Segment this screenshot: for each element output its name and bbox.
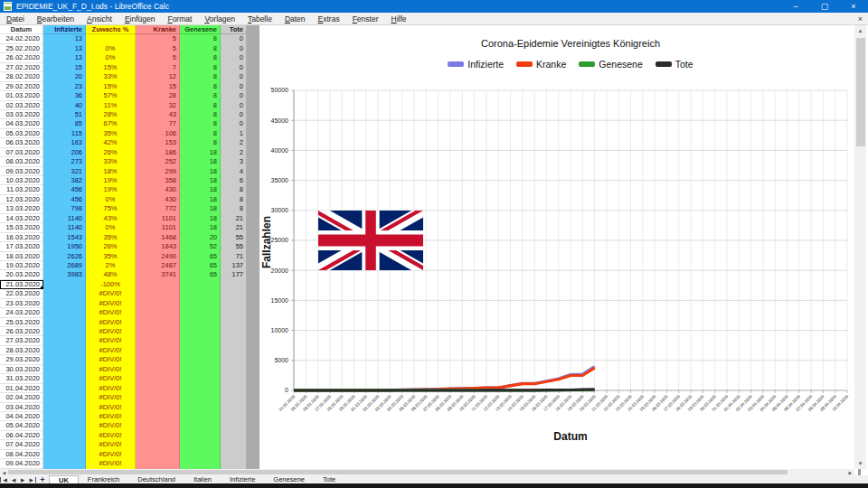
table-cell[interactable]: 8	[180, 101, 221, 110]
table-cell[interactable]: 16.03.2020	[0, 233, 43, 242]
table-cell[interactable]	[43, 384, 86, 393]
next-sheet-icon[interactable]: ▶	[18, 477, 27, 483]
chart-object[interactable]: Corona-Epidemie Vereinigtes Königreich I…	[259, 25, 854, 469]
table-cell[interactable]	[136, 355, 180, 364]
table-cell[interactable]: 15%	[86, 63, 136, 72]
table-cell[interactable]	[180, 280, 221, 289]
table-cell[interactable]: 23.03.2020	[0, 299, 43, 308]
table-cell[interactable]: 13.03.2020	[0, 204, 43, 213]
table-cell[interactable]: 65	[180, 270, 221, 279]
horizontal-scrollbar[interactable]: ◀ ▶	[0, 469, 854, 475]
table-cell[interactable]: 1843	[136, 242, 180, 251]
table-cell[interactable]: 8	[180, 63, 221, 72]
sheet-tab-genesene[interactable]: Genesene	[264, 475, 314, 483]
table-cell[interactable]: 18	[180, 185, 221, 194]
table-cell[interactable]	[221, 421, 247, 430]
table-cell[interactable]: 09.04.2020	[0, 459, 43, 468]
table-cell[interactable]	[43, 336, 86, 345]
table-cell[interactable]: 05.03.2020	[0, 129, 43, 138]
table-cell[interactable]	[136, 318, 180, 327]
table-cell[interactable]: #DIV/0!	[86, 374, 136, 383]
table-cell[interactable]: #DIV/0!	[86, 459, 136, 468]
table-cell[interactable]: 206	[43, 148, 86, 157]
table-cell[interactable]	[43, 412, 86, 421]
table-cell[interactable]: 25.02.2020	[0, 44, 43, 53]
table-cell[interactable]: 1101	[136, 223, 180, 232]
table-cell[interactable]: 04.04.2020	[0, 412, 43, 421]
table-cell[interactable]: 8	[221, 195, 247, 204]
table-cell[interactable]	[136, 440, 180, 449]
table-cell[interactable]: 0	[221, 91, 247, 100]
table-cell[interactable]: 55	[221, 242, 247, 251]
table-cell[interactable]: 18%	[86, 167, 136, 176]
table-cell[interactable]	[136, 308, 180, 317]
vertical-scroll-thumb[interactable]	[856, 38, 865, 146]
table-cell[interactable]: 15.03.2020	[0, 223, 43, 232]
prev-sheet-icon[interactable]: ◀	[9, 477, 18, 483]
table-cell[interactable]: 3741	[136, 270, 180, 279]
table-cell[interactable]	[180, 421, 221, 430]
column-header[interactable]: Datum	[0, 25, 43, 34]
table-cell[interactable]: 798	[43, 204, 86, 213]
table-cell[interactable]	[180, 412, 221, 421]
table-cell[interactable]	[136, 431, 180, 440]
table-cell[interactable]: 0%	[86, 44, 136, 53]
first-sheet-icon[interactable]: ◀	[0, 477, 9, 483]
table-cell[interactable]: 299	[136, 167, 180, 176]
table-cell[interactable]: 772	[136, 204, 180, 213]
table-cell[interactable]: 22.03.2020	[0, 289, 43, 298]
table-cell[interactable]: 28.03.2020	[0, 346, 43, 355]
menu-item-hilfe[interactable]: Hilfe	[384, 14, 412, 23]
table-cell[interactable]: 21.03.2020	[0, 280, 43, 289]
scroll-right-icon[interactable]: ▶	[846, 469, 854, 475]
table-cell[interactable]: 18	[180, 195, 221, 204]
table-cell[interactable]: #DIV/0!	[86, 336, 136, 345]
scroll-up-icon[interactable]: ▲	[854, 25, 866, 36]
menu-item-format[interactable]: Format	[161, 14, 198, 23]
table-cell[interactable]: 51	[43, 110, 86, 119]
table-cell[interactable]: 40	[43, 101, 86, 110]
table-cell[interactable]: 07.04.2020	[0, 440, 43, 449]
table-cell[interactable]	[221, 374, 247, 383]
column-header[interactable]: Kranke	[136, 25, 180, 34]
menu-item-einfügen[interactable]: Einfügen	[118, 14, 162, 23]
scroll-left-icon[interactable]: ◀	[0, 469, 8, 475]
table-cell[interactable]: 08.04.2020	[0, 450, 43, 459]
table-cell[interactable]: 186	[136, 148, 180, 157]
table-cell[interactable]: #DIV/0!	[86, 412, 136, 421]
table-cell[interactable]: 01.04.2020	[0, 384, 43, 393]
table-cell[interactable]: 52	[180, 242, 221, 251]
table-cell[interactable]: 33%	[86, 72, 136, 81]
table-cell[interactable]: 163	[43, 138, 86, 147]
table-cell[interactable]: -100%	[86, 280, 136, 289]
table-cell[interactable]	[43, 431, 86, 440]
table-cell[interactable]: 8	[180, 110, 221, 119]
table-cell[interactable]: 13	[43, 34, 86, 43]
table-cell[interactable]: 20.03.2020	[0, 270, 43, 279]
table-cell[interactable]: 02.04.2020	[0, 393, 43, 402]
table-cell[interactable]	[43, 393, 86, 402]
table-cell[interactable]	[221, 299, 247, 308]
table-cell[interactable]	[221, 412, 247, 421]
table-cell[interactable]: 0	[221, 53, 247, 62]
table-cell[interactable]	[221, 431, 247, 440]
table-cell[interactable]: 06.04.2020	[0, 431, 43, 440]
table-cell[interactable]	[43, 280, 86, 289]
table-cell[interactable]: #DIV/0!	[86, 299, 136, 308]
table-cell[interactable]	[180, 346, 221, 355]
sheet-tab-infizierte[interactable]: Infizierte	[221, 475, 264, 483]
table-cell[interactable]: 1543	[43, 233, 86, 242]
table-cell[interactable]: 106	[136, 129, 180, 138]
table-cell[interactable]: 153	[136, 138, 180, 147]
table-cell[interactable]: 2	[221, 148, 247, 157]
menu-item-extras[interactable]: Extras	[312, 14, 346, 23]
column-header[interactable]: Genesene	[180, 25, 221, 34]
table-cell[interactable]: #DIV/0!	[86, 450, 136, 459]
table-cell[interactable]	[180, 308, 221, 317]
table-cell[interactable]	[43, 440, 86, 449]
table-cell[interactable]: 2689	[43, 261, 86, 270]
table-cell[interactable]: 85	[43, 119, 86, 128]
table-cell[interactable]: 14.03.2020	[0, 214, 43, 223]
table-cell[interactable]: #DIV/0!	[86, 318, 136, 327]
table-cell[interactable]	[86, 34, 136, 43]
